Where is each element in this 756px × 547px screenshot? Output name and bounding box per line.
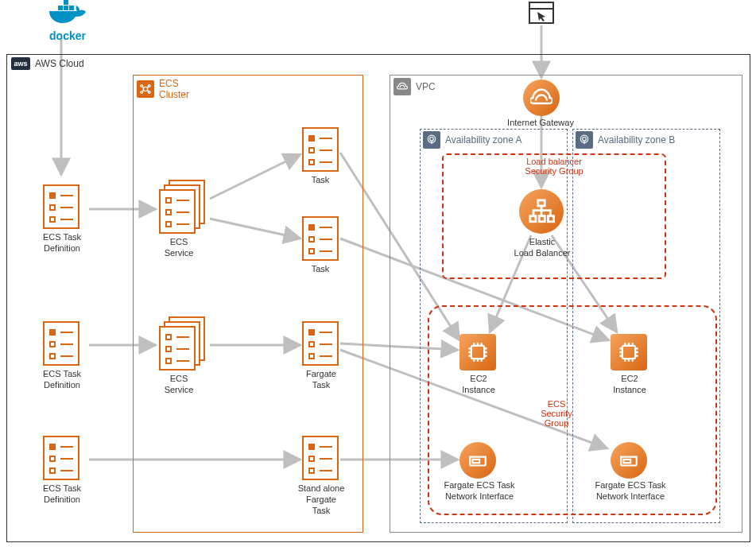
task-def-3-icon [43,436,79,480]
elb-icon [519,189,564,234]
aws-cloud-label: AWS Cloud [35,58,84,69]
svg-rect-4 [58,6,63,10]
az-a-label: Availability zone A [445,134,522,145]
fargate-eni-a-icon [459,442,496,479]
fargate-task-icon [302,321,339,366]
task-def-3-label: ECS Task Definition [29,483,95,506]
fargate-eni-b-icon [611,442,647,479]
task-1-label: Task [294,175,347,186]
svg-rect-19 [539,216,545,222]
ec2-a-label: EC2 Instance [445,374,512,396]
svg-point-13 [430,138,434,142]
ecs-sg-label: ECSSecurityGroup [533,399,580,428]
svg-point-15 [583,138,587,142]
docker-label: docker [32,29,103,42]
svg-rect-18 [530,216,536,222]
task-def-1-label: ECS Task Definition [29,232,95,254]
standalone-fargate-task-label: Stand alone Fargate Task [285,483,358,516]
ecs-service-1-icon [159,180,207,232]
vpc-label: VPC [416,81,436,92]
task-2-label: Task [294,264,347,275]
docker-logo: docker [32,0,103,42]
svg-rect-24 [473,460,480,463]
browser-icon [529,2,554,24]
diagram-canvas: docker aws AWS Cloud ECS Cluster VPC [0,0,756,547]
az-a-icon [423,131,440,149]
svg-rect-17 [538,200,545,206]
vpc-header: VPC [394,78,436,95]
task-def-1-icon [43,184,79,229]
task-2-icon [302,216,339,261]
az-b-label: Availability zone B [598,134,675,145]
internet-gateway-icon [523,80,560,116]
svg-rect-20 [549,216,554,222]
aws-badge-icon: aws [11,57,30,70]
svg-rect-6 [69,6,74,10]
aws-cloud-header: aws AWS Cloud [11,57,84,70]
svg-rect-21 [471,346,484,359]
svg-rect-22 [622,346,635,359]
az-b-header: Availability zone B [576,131,675,149]
ec2-b-label: EC2 Instance [596,374,663,396]
fargate-eni-a-label: Fargate ECS Task Network Interface [436,480,523,502]
fargate-task-label: Fargate Task [289,369,353,391]
svg-rect-7 [64,0,68,5]
vpc-icon [394,78,411,95]
elb-label: Elastic Load Balancer [494,237,590,259]
ecs-cluster-header: ECS Cluster [137,78,189,100]
az-b-icon [576,131,593,149]
ec2-b-icon [611,334,647,370]
az-a-header: Availability zone A [423,131,522,149]
ecs-service-2-icon [159,316,207,369]
ecs-service-1-label: ECS Service [151,237,207,259]
fargate-eni-b-label: Fargate ECS Task Network Interface [587,480,674,502]
lb-sg-label: Load balancerSecurity Group [442,157,666,176]
svg-rect-5 [64,6,68,10]
task-def-2-icon [43,321,79,366]
internet-gateway-label: Internet Gateway [493,118,588,129]
standalone-fargate-task-icon [302,436,339,480]
task-def-2-label: ECS Task Definition [29,369,95,391]
svg-rect-26 [624,460,631,463]
ecs-cluster-icon [137,80,154,98]
ecs-cluster-label: ECS Cluster [159,78,189,100]
ecs-service-2-label: ECS Service [151,374,207,396]
task-1-icon [302,127,339,172]
ec2-a-icon [459,334,496,370]
svg-point-8 [143,87,147,91]
